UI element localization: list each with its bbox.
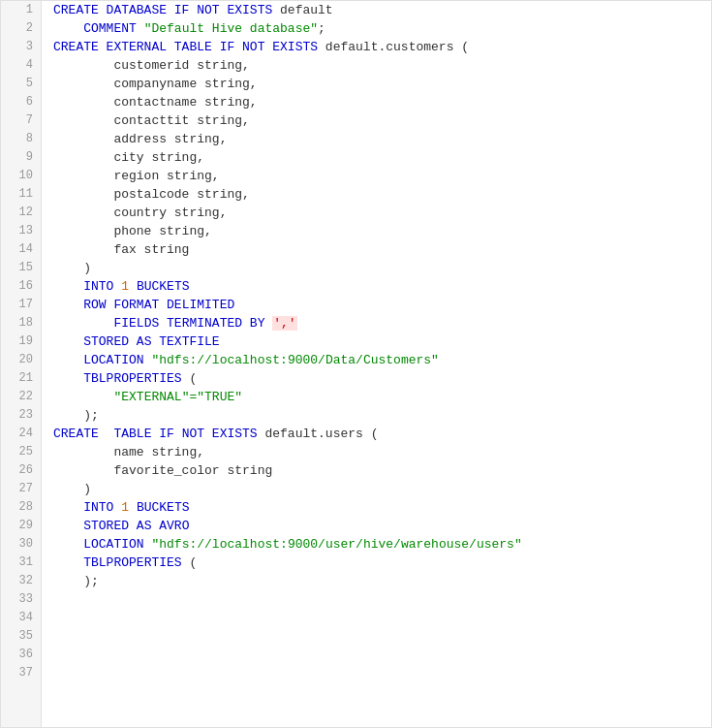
code-line: COMMENT "Default Hive database"; [53,19,711,38]
line-number: 17 [1,296,41,314]
line-number: 21 [1,369,41,388]
line-numbers: 1234567891011121314151617181920212223242… [1,1,42,727]
line-number: 36 [1,646,41,664]
line-number: 31 [1,554,41,572]
str-token: "EXTERNAL"="TRUE" [113,390,242,404]
line-number: 9 [1,148,41,167]
code-line: contactname string, [53,93,711,111]
code-line: name string, [53,443,711,461]
kw-token: BUCKETS [137,500,190,515]
kw-token: INTO [83,500,113,515]
str-highlight-token: ',' [272,316,296,331]
line-number: 19 [1,332,41,351]
line-number: 5 [1,75,41,93]
num-token: 1 [121,500,129,515]
code-line: TBLPROPERTIES ( [53,369,711,388]
line-number: 8 [1,130,41,148]
line-number: 10 [1,167,41,185]
code-line: CREATE EXTERNAL TABLE IF NOT EXISTS defa… [53,38,711,56]
code-line: CREATE DATABASE IF NOT EXISTS default [53,1,711,19]
kw-token: CREATE [53,427,99,441]
code-line: favorite_color string [53,461,711,480]
str-token: "hdfs://localhost:9000/user/hive/warehou… [151,537,521,552]
line-number: 28 [1,498,41,517]
code-line: LOCATION "hdfs://localhost:9000/Data/Cus… [53,351,711,369]
code-line: companyname string, [53,75,711,93]
line-number: 6 [1,93,41,111]
line-number: 4 [1,56,41,75]
line-number: 20 [1,351,41,369]
line-number: 13 [1,222,41,240]
line-number: 18 [1,314,41,332]
code-line: region string, [53,167,711,185]
line-number: 12 [1,204,41,222]
code-line: ) [53,480,711,498]
line-number: 3 [1,38,41,56]
kw-token: COMMENT [83,21,137,36]
line-number: 27 [1,480,41,498]
kw-token: TBLPROPERTIES [83,555,181,570]
code-line: phone string, [53,222,711,240]
kw-token: FIELDS TERMINATED BY [113,316,264,331]
kw-token: TABLE IF NOT EXISTS [113,427,257,441]
line-number: 16 [1,277,41,296]
line-number: 35 [1,627,41,646]
kw-token: TBLPROPERTIES [83,371,181,386]
line-number: 15 [1,259,41,277]
kw-token: CREATE EXTERNAL TABLE IF NOT EXISTS [53,40,318,54]
code-line: "EXTERNAL"="TRUE" [53,388,711,406]
kw-token: BUCKETS [137,279,190,294]
line-number: 25 [1,443,41,461]
code-editor: 1234567891011121314151617181920212223242… [0,0,712,728]
line-number: 33 [1,590,41,609]
line-number: 30 [1,535,41,554]
line-number: 26 [1,461,41,480]
code-line: ); [53,572,711,590]
line-number: 23 [1,406,41,425]
str-token: "hdfs://localhost:9000/Data/Customers" [151,353,438,367]
str-token: "Default Hive database" [144,21,318,36]
line-number: 2 [1,19,41,38]
line-number: 11 [1,185,41,204]
code-line: TBLPROPERTIES ( [53,554,711,572]
code-line: INTO 1 BUCKETS [53,498,711,517]
line-number: 34 [1,609,41,627]
code-content[interactable]: CREATE DATABASE IF NOT EXISTS default CO… [42,1,711,727]
line-number: 1 [1,1,41,19]
code-line: fax string [53,240,711,259]
kw-token: STORED AS AVRO [83,519,189,533]
line-number: 22 [1,388,41,406]
line-number: 29 [1,517,41,535]
code-line: ) [53,259,711,277]
line-number: 14 [1,240,41,259]
kw-token: ROW FORMAT DELIMITED [83,298,234,312]
code-line: ); [53,406,711,425]
code-line: postalcode string, [53,185,711,204]
code-line: FIELDS TERMINATED BY ',' [53,314,711,332]
code-line: customerid string, [53,56,711,75]
code-line: STORED AS AVRO [53,517,711,535]
kw-token: CREATE DATABASE IF NOT EXISTS [53,3,272,17]
num-token: 1 [121,279,129,294]
code-line: country string, [53,204,711,222]
kw-token: INTO [83,279,113,294]
line-number: 7 [1,111,41,130]
line-number: 24 [1,425,41,443]
kw-token: LOCATION [83,353,143,367]
code-line: LOCATION "hdfs://localhost:9000/user/hiv… [53,535,711,554]
kw-token: LOCATION [83,537,143,552]
code-line: CREATE TABLE IF NOT EXISTS default.users… [53,425,711,443]
code-line: contacttit string, [53,111,711,130]
line-number: 37 [1,664,41,682]
code-line: address string, [53,130,711,148]
line-number: 32 [1,572,41,590]
kw-token: STORED AS TEXTFILE [83,334,219,349]
code-line: ROW FORMAT DELIMITED [53,296,711,314]
code-line: INTO 1 BUCKETS [53,277,711,296]
code-line: STORED AS TEXTFILE [53,332,711,351]
code-line: city string, [53,148,711,167]
